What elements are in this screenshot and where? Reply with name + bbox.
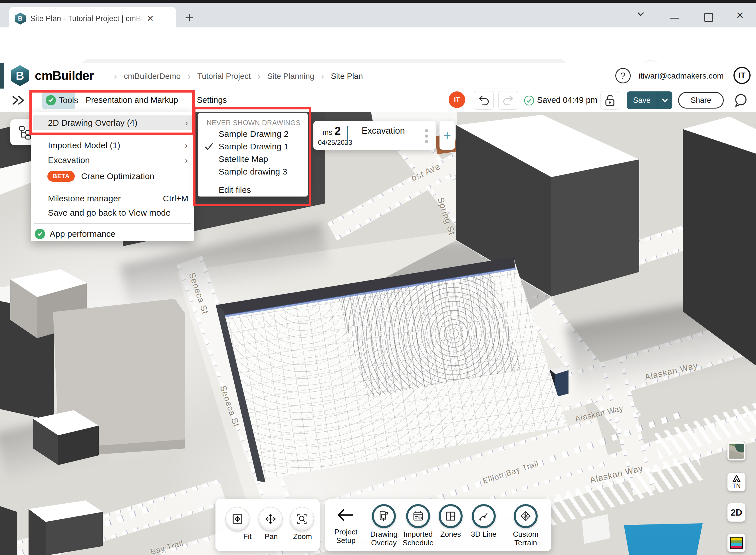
breadcrumb-item[interactable]: cmBuilderDemo: [124, 72, 181, 81]
2d-mode-button[interactable]: 2D: [727, 503, 746, 522]
milestone-number: ms 2 04/25/2023: [318, 125, 345, 146]
browser-tab-strip: B Site Plan - Tutorial Project | cmBu ✕ …: [0, 3, 756, 28]
milestone-divider: [347, 126, 348, 145]
north-arrow-icon: [732, 475, 741, 482]
redo-button[interactable]: [498, 91, 518, 110]
toolbar-divider: [36, 92, 36, 107]
share-button[interactable]: Share: [678, 92, 724, 109]
window-top-strip: [0, 0, 756, 3]
save-button[interactable]: Save: [627, 91, 672, 109]
milestone-card[interactable]: ms 2 04/25/2023 Excavation: [313, 121, 436, 150]
submenu-item-sample-drawing-1[interactable]: Sample Drawing 1: [198, 140, 308, 153]
camera-toolbar: Fit Pan Zoom: [216, 499, 320, 551]
user-email: itiwari@cadmakers.com: [639, 72, 724, 81]
tab-title: Site Plan - Tutorial Project | cmBu: [30, 14, 144, 23]
3d-line-button[interactable]: [472, 504, 496, 528]
imported-schedule-button[interactable]: [406, 504, 430, 528]
menu-item-imported-model[interactable]: Imported Model (1) ›: [31, 139, 194, 152]
drawing-overlay-icon: [378, 510, 390, 522]
performance-check-icon: [35, 229, 45, 239]
avatar[interactable]: IT: [734, 67, 751, 84]
drawing-overlay-button[interactable]: [372, 504, 396, 528]
zoom-button[interactable]: [290, 507, 314, 531]
pan-icon: [264, 512, 277, 525]
edit-mode-toolbar: Project Setup: [325, 499, 551, 551]
beta-badge: BETA: [47, 171, 75, 182]
true-north-compass-button[interactable]: TN: [727, 473, 746, 491]
tools-menu-button[interactable]: Tools: [42, 91, 75, 109]
lock-button[interactable]: [601, 91, 619, 110]
help-button[interactable]: ?: [615, 68, 631, 83]
project-setup-back-icon[interactable]: [336, 507, 355, 523]
pan-button[interactable]: [258, 507, 283, 531]
save-status-text: Saved 04:49 pm: [537, 95, 597, 105]
tn-label: TN: [732, 483, 741, 489]
menu-item-app-performance[interactable]: App performance: [31, 227, 194, 241]
checkmark-icon: [204, 142, 214, 152]
undo-button[interactable]: [474, 91, 494, 110]
menu-item-milestone-manager[interactable]: Milestone manager Ctrl+M: [31, 192, 194, 205]
menu-item-save-and-view-mode[interactable]: Save and go back to View mode: [31, 206, 194, 219]
layers-icon: [730, 537, 743, 549]
expand-sidebar-icon[interactable]: [10, 93, 26, 108]
cmbuilder-wordmark[interactable]: cmBuilder: [35, 69, 94, 83]
menu-divider: [34, 188, 191, 188]
save-options-chevron-icon[interactable]: [657, 96, 672, 104]
breadcrumb-item-current: Site Plan: [331, 72, 363, 81]
fit-label: Fit: [243, 532, 252, 541]
breadcrumb-item[interactable]: Tutorial Project: [197, 72, 250, 81]
menu-item-2d-drawing-overlay[interactable]: 2D Drawing Overlay (4) ›: [31, 115, 194, 130]
tools-label: Tools: [59, 96, 78, 105]
breadcrumb-chevron-icon: ›: [114, 72, 117, 81]
zoom-icon: [295, 512, 309, 525]
hierarchy-icon: [17, 125, 33, 140]
presence-avatar[interactable]: IT: [448, 91, 465, 108]
breadcrumb: › cmBuilderDemo › Tutorial Project › Sit…: [114, 72, 363, 81]
menu-divider: [34, 223, 191, 224]
tab-close-icon[interactable]: ✕: [147, 14, 154, 23]
milestone-kebab-icon[interactable]: [425, 127, 428, 145]
drawings-submenu: NEVER SHOWN DRAWINGS Sample Drawing 2 Sa…: [198, 113, 308, 197]
submenu-item-satellite-map[interactable]: Satellite Map: [198, 153, 308, 165]
fit-button[interactable]: [226, 507, 249, 531]
submenu-chevron-icon: ›: [185, 118, 188, 128]
new-tab-button[interactable]: +: [185, 10, 193, 25]
project-setup-label[interactable]: Project Setup: [326, 527, 366, 545]
window-minimize-button[interactable]: [670, 18, 679, 18]
breadcrumb-chevron-icon: ›: [188, 72, 190, 81]
zones-label: Zones: [435, 530, 466, 539]
pan-label: Pan: [265, 532, 278, 541]
tab-settings[interactable]: Settings: [197, 95, 227, 105]
browser-url-bar: app.cmbuilder.io/cmBuilderDemo/652f32eb-…: [0, 28, 756, 63]
tab-presentation-and-markup[interactable]: Presentation and Markup: [86, 95, 178, 105]
satellite-thumbnail: [729, 443, 744, 459]
satellite-minimap-button[interactable]: [727, 442, 746, 461]
zones-icon: [445, 510, 457, 522]
zones-button[interactable]: [439, 504, 463, 528]
submenu-item-edit-files[interactable]: Edit files: [198, 184, 308, 196]
tab-search-chevron-icon[interactable]: [636, 9, 646, 19]
breadcrumb-item[interactable]: Site Planning: [267, 72, 314, 81]
cmbuilder-favicon-icon: B: [15, 12, 26, 25]
browser-tab[interactable]: B Site Plan - Tutorial Project | cmBu ✕: [9, 7, 176, 30]
save-label: Save: [627, 96, 657, 105]
breadcrumb-chevron-icon: ›: [321, 72, 324, 81]
check-icon: [46, 95, 56, 105]
layers-legend-button[interactable]: [727, 534, 746, 552]
submenu-item-sample-drawing-3[interactable]: Sample drawing 3: [198, 166, 308, 178]
chat-button[interactable]: [732, 92, 749, 109]
add-milestone-button[interactable]: +: [439, 121, 455, 150]
tools-menu: 2D Drawing Overlay (4) › Imported Model …: [31, 112, 194, 241]
custom-terrain-label: Custom Terrain: [509, 530, 543, 547]
menu-item-excavation[interactable]: Excavation ›: [31, 154, 194, 167]
menu-item-crane-optimization[interactable]: BETA Crane Optimization: [31, 169, 194, 183]
fit-icon: [231, 512, 244, 525]
custom-terrain-button[interactable]: [514, 504, 538, 528]
application-window: B Site Plan - Tutorial Project | cmBu ✕ …: [0, 0, 756, 555]
window-close-button[interactable]: ×: [736, 8, 744, 22]
submenu-chevron-icon: ›: [185, 156, 188, 165]
menu-divider: [201, 181, 304, 181]
brand-strip: [0, 63, 4, 89]
window-maximize-button[interactable]: [704, 13, 713, 22]
submenu-item-sample-drawing-2[interactable]: Sample Drawing 2: [198, 128, 308, 140]
